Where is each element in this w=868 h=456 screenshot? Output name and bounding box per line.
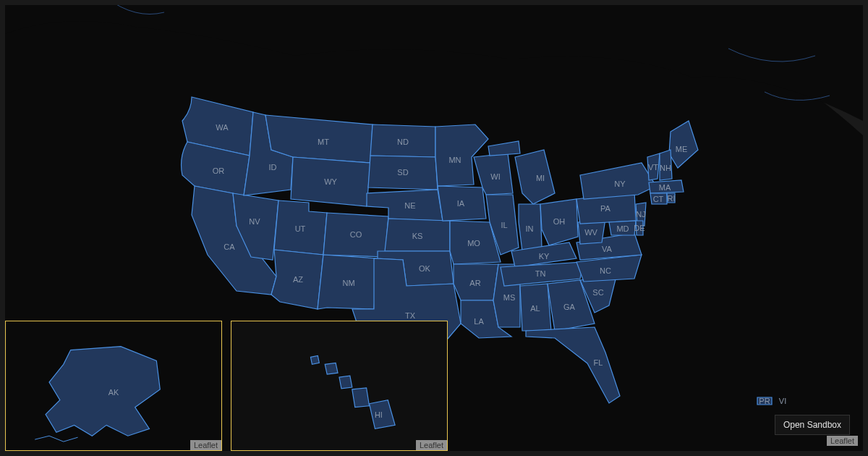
state-co[interactable] — [323, 213, 388, 257]
state-hi-1[interactable] — [310, 355, 319, 364]
state-hi-3[interactable] — [339, 376, 352, 389]
state-az[interactable] — [271, 250, 323, 309]
open-sandbox-button[interactable]: Open Sandbox — [775, 415, 850, 435]
state-al[interactable] — [520, 284, 551, 331]
state-ar[interactable] — [454, 264, 498, 300]
state-vt[interactable] — [647, 153, 660, 180]
state-ks[interactable] — [385, 219, 450, 251]
leaflet-attribution-hi[interactable]: Leaflet — [416, 440, 447, 450]
state-ri[interactable] — [667, 193, 675, 203]
state-nm[interactable] — [318, 255, 378, 309]
leaflet-attribution-main[interactable]: Leaflet — [827, 436, 858, 446]
state-ia[interactable] — [438, 186, 486, 221]
state-wy[interactable] — [291, 157, 370, 206]
svg-rect-1 — [232, 321, 447, 450]
state-ct[interactable] — [650, 193, 667, 204]
state-pr[interactable] — [757, 397, 772, 405]
leaflet-attribution-ak[interactable]: Leaflet — [190, 440, 221, 450]
state-in[interactable] — [519, 204, 542, 251]
state-de[interactable] — [636, 221, 643, 235]
map-container[interactable]: WA OR CA NV ID MT WY UT AZ CO NM ND — [5, 5, 863, 451]
state-hi-4[interactable] — [352, 388, 370, 408]
state-nh[interactable] — [660, 150, 672, 180]
state-md[interactable] — [609, 221, 636, 235]
state-hi-2[interactable] — [325, 363, 338, 374]
state-ma[interactable] — [649, 180, 684, 193]
state-oh[interactable] — [540, 199, 578, 245]
state-sd[interactable] — [368, 156, 438, 190]
inset-hawaii[interactable]: HI Leaflet — [231, 321, 448, 451]
inset-alaska[interactable]: AK Leaflet — [5, 321, 222, 451]
state-nd[interactable] — [370, 124, 435, 157]
